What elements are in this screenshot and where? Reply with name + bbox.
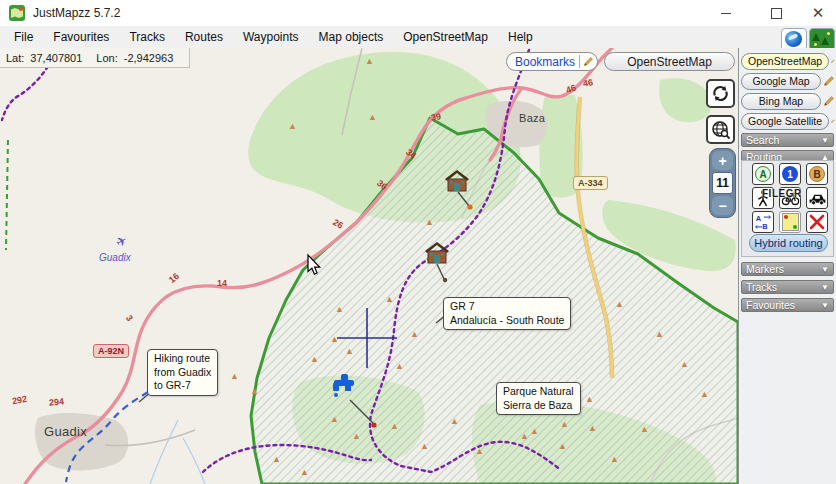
menu-bar: FileFavouritesTracksRoutesWaypointsMap o… xyxy=(0,26,836,49)
peak-icon: ▲ xyxy=(425,218,434,227)
peak-icon: ▲ xyxy=(588,424,597,433)
peak-icon: ▲ xyxy=(680,360,689,369)
peak-icon: ▲ xyxy=(560,420,569,429)
menu-routes[interactable]: Routes xyxy=(175,30,233,44)
edit-pencil-icon[interactable] xyxy=(823,94,835,108)
chevron-down-icon: ▼ xyxy=(821,301,829,310)
map-canvas[interactable]: ▲▲▲▲▲▲▲▲▲▲▲▲▲▲▲▲▲▲▲▲▲▲▲▲▲▲▲▲▲▲▲▲▲▲ 39343… xyxy=(0,48,738,484)
section-search[interactable]: Search▼ xyxy=(741,133,834,147)
coordinate-bar: Lat:37,407801 Lon:-2,942963 xyxy=(0,48,190,68)
close-button[interactable]: ✕ xyxy=(797,0,836,26)
waypoint-dot xyxy=(467,204,472,209)
peak-icon: ▲ xyxy=(655,330,664,339)
waypoint-dot xyxy=(443,278,447,282)
peak-icon: ▲ xyxy=(345,347,354,356)
edit-pencil-icon[interactable] xyxy=(583,55,594,68)
svg-text:B: B xyxy=(762,222,767,231)
map-callout: Hiking routefrom Guadixto GR-7 xyxy=(147,349,218,396)
provider-google-satellite[interactable]: Google Satellite xyxy=(741,113,829,130)
zoom-out-button[interactable]: − xyxy=(712,196,733,215)
peak-icon: ▲ xyxy=(558,442,567,451)
car-icon xyxy=(808,189,827,207)
menu-map-objects[interactable]: Map objects xyxy=(309,30,394,44)
app-window: JustMapzz 5.7.2 ✕ FileFavouritesTracksRo… xyxy=(0,0,836,484)
provider-row: Bing Map xyxy=(741,92,835,110)
clear-route-button[interactable] xyxy=(806,211,828,233)
peak-icon: ▲ xyxy=(640,425,649,434)
provider-row: OpenStreetMap xyxy=(741,52,835,70)
route-end-button[interactable]: B xyxy=(806,163,828,185)
bookmarks-label: Bookmarks xyxy=(507,55,579,69)
chevron-down-icon: ▼ xyxy=(821,265,829,274)
menu-favourites[interactable]: Favourites xyxy=(43,30,119,44)
window-title: JustMapzz 5.7.2 xyxy=(33,6,120,20)
edit-pencil-icon[interactable] xyxy=(831,114,835,128)
peak-icon: ▲ xyxy=(610,455,619,464)
lat-value: 37,407801 xyxy=(30,52,82,64)
refresh-map-button[interactable] xyxy=(706,79,735,108)
note-icon xyxy=(782,213,799,231)
zoom-in-button[interactable]: + xyxy=(712,151,733,170)
edit-pencil-icon[interactable] xyxy=(831,54,835,68)
road-number: 14 xyxy=(217,278,227,288)
red-x-icon xyxy=(809,214,825,230)
hybrid-routing-button[interactable]: Hybrid routing xyxy=(749,234,828,252)
routing-panel: A 1 B xyxy=(741,160,834,257)
provider-bing-map[interactable]: Bing Map xyxy=(741,93,821,110)
peak-icon: ▲ xyxy=(520,432,529,441)
peak-icon: ▲ xyxy=(475,447,484,456)
menu-help[interactable]: Help xyxy=(498,30,543,44)
section-tracks[interactable]: Tracks▼ xyxy=(741,280,834,294)
bookmarks-button[interactable]: Bookmarks xyxy=(506,52,598,71)
peak-icon: ▲ xyxy=(365,57,374,66)
road-badge: A-334 xyxy=(573,176,608,190)
peak-icon: ▲ xyxy=(330,415,339,424)
car-mode-button[interactable] xyxy=(806,187,828,209)
peak-icon: ▲ xyxy=(385,295,394,304)
menu-file[interactable]: File xyxy=(4,30,43,44)
peak-icon: ▲ xyxy=(585,395,594,404)
chevron-down-icon: ▼ xyxy=(821,283,829,292)
peak-icon: ▲ xyxy=(368,113,377,122)
route-via-button[interactable]: 1 xyxy=(779,163,801,185)
road-badge: A-92N xyxy=(93,344,129,358)
town-label: Baza xyxy=(519,112,545,124)
provider-row: Google Map xyxy=(741,72,835,90)
menu-tracks[interactable]: Tracks xyxy=(119,30,175,44)
section-favourites[interactable]: Favourites▼ xyxy=(741,298,834,312)
title-bar: JustMapzz 5.7.2 ✕ xyxy=(0,0,836,27)
routing-overlay-text: FILEGR xyxy=(762,188,802,199)
peak-icon: ▲ xyxy=(330,335,339,344)
minimize-button[interactable] xyxy=(705,0,747,26)
peak-icon: ▲ xyxy=(288,122,297,131)
peak-icon: ▲ xyxy=(450,417,459,426)
peak-icon: ▲ xyxy=(272,455,281,464)
peak-icon: ▲ xyxy=(250,387,259,396)
start-a-icon: A xyxy=(755,166,771,182)
route-note-button[interactable] xyxy=(779,211,801,233)
provider-openstreetmap[interactable]: OpenStreetMap xyxy=(741,53,829,70)
peak-icon: ▲ xyxy=(335,305,344,314)
menu-items: FileFavouritesTracksRoutesWaypointsMap o… xyxy=(4,26,543,48)
section-markers[interactable]: Markers▼ xyxy=(741,262,834,276)
via-1-icon: 1 xyxy=(782,166,798,182)
current-provider-pill[interactable]: OpenStreetMap xyxy=(604,52,735,71)
chevron-down-icon: ▼ xyxy=(821,136,829,145)
edit-pencil-icon[interactable] xyxy=(823,74,835,88)
peak-icon: ▲ xyxy=(390,422,399,431)
airfield-label: Guadix xyxy=(99,252,131,263)
menu-openstreetmap[interactable]: OpenStreetMap xyxy=(393,30,498,44)
peak-icon: ▲ xyxy=(395,362,404,371)
maximize-button[interactable] xyxy=(755,0,797,26)
road-number: 39 xyxy=(430,111,442,123)
peak-icon: ▲ xyxy=(410,330,419,339)
route-start-button[interactable]: A xyxy=(752,163,774,185)
sidebar: OpenStreetMapGoogle MapBing MapGoogle Sa… xyxy=(738,48,836,484)
peak-icon: ▲ xyxy=(615,300,624,309)
globe-search-button[interactable] xyxy=(706,115,735,144)
map-callout: GR 7Andalucía - South Route xyxy=(443,297,571,330)
provider-google-map[interactable]: Google Map xyxy=(741,73,821,90)
menu-waypoints[interactable]: Waypoints xyxy=(233,30,309,44)
peak-icon: ▲ xyxy=(420,442,429,451)
ab-route-button[interactable]: A B xyxy=(752,211,774,233)
